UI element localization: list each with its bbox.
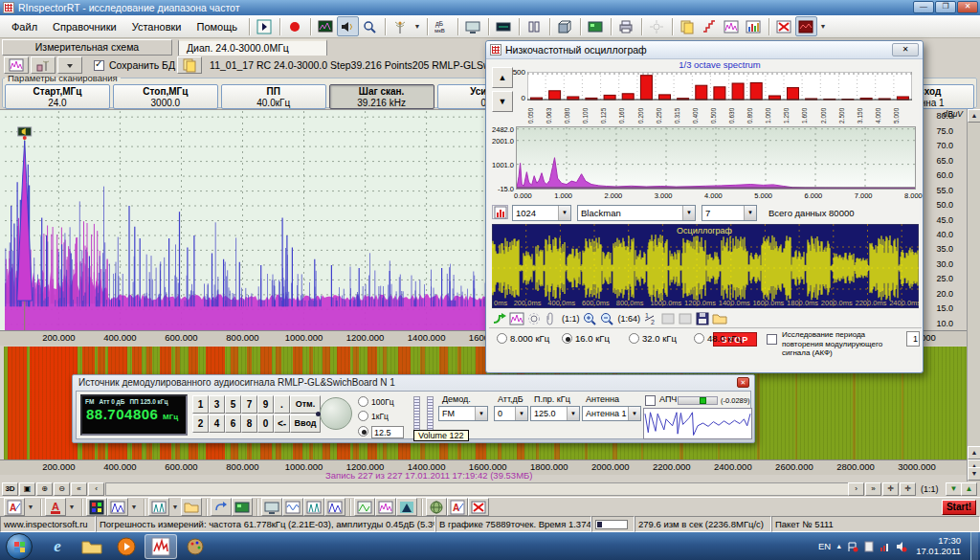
network-icon[interactable] [880, 541, 891, 552]
key-<-[interactable]: <- [274, 414, 290, 433]
key-4[interactable]: 4 [209, 414, 225, 433]
param-Старт,МГц[interactable]: Старт,МГц24.0 [5, 84, 110, 109]
cube-3d-button[interactable] [554, 16, 576, 36]
tab-frequency-range[interactable]: Диап. 24.0-3000.0МГц [178, 39, 327, 56]
band-dropdown-button[interactable] [57, 56, 82, 74]
start-button[interactable]: Start! [942, 500, 976, 515]
nav-right-button-0[interactable]: › [848, 482, 864, 496]
tray-expand-icon[interactable]: ▲ [835, 543, 842, 549]
peaks3-button[interactable] [354, 498, 375, 516]
dropdown-text-color-button[interactable]: ▼ [66, 497, 78, 517]
dropdown-waterfall-mode-button[interactable]: ▼ [817, 16, 829, 36]
spectrum-settings-button[interactable] [508, 311, 524, 325]
band-table-button[interactable] [4, 56, 29, 74]
scroll-up-button[interactable]: ▲ [968, 109, 980, 123]
apply-button[interactable] [491, 311, 507, 325]
spectrum-view-button[interactable] [375, 498, 396, 516]
key-5[interactable]: 5 [225, 395, 241, 414]
key-.[interactable]: . [274, 395, 290, 414]
columns-view-button[interactable] [523, 16, 546, 36]
taskbar-explorer-icon[interactable] [76, 534, 108, 559]
clear-chart-button[interactable] [773, 16, 795, 36]
nav-right-button-3[interactable]: ✛ [900, 482, 916, 496]
octave-bar-chart[interactable] [527, 72, 912, 102]
marker-b-button[interactable] [677, 311, 693, 325]
combo-Антенна[interactable]: Антенна 1▼ [582, 406, 641, 421]
key-Ввод[interactable]: Ввод [290, 414, 321, 433]
measurement-scheme-button[interactable]: Измерительная схема [2, 39, 172, 56]
rate-option-8.000 кГц[interactable]: 8.000 кГц [497, 333, 549, 344]
save-db-checkbox[interactable] [94, 60, 104, 71]
attach-button[interactable] [543, 311, 559, 325]
db-view-button[interactable] [177, 56, 202, 74]
view-3d-button[interactable]: 3D [2, 482, 18, 496]
maximize-button[interactable]: ❐ [935, 1, 956, 13]
nav-right-button-1[interactable]: » [865, 482, 881, 496]
afc-checkbox[interactable] [645, 395, 656, 406]
nav-button-5[interactable]: ‹ [88, 482, 104, 496]
demodulator-panel[interactable]: Источник демодулированного аудиосигнала … [72, 374, 755, 443]
fft-size-select[interactable]: 1024▼ [512, 205, 571, 221]
key-Отм.[interactable]: Отм. [290, 395, 321, 414]
record-button[interactable] [284, 16, 306, 36]
taskbar-clock[interactable]: 17:30 17.01.2011 [916, 536, 961, 557]
key-9[interactable]: 9 [257, 395, 274, 414]
menu-Справочники[interactable]: Справочники [45, 19, 124, 34]
key-8[interactable]: 8 [241, 414, 257, 433]
param-ПП[interactable]: ПП40.0кГц [221, 84, 326, 109]
step-value-input[interactable]: 12.5 [371, 426, 404, 438]
peaks-button[interactable] [303, 498, 324, 516]
dropdown-chart-style-button[interactable]: ▼ [128, 497, 140, 517]
afc-slider[interactable] [678, 396, 718, 405]
audio-monitor-button[interactable] [337, 16, 359, 36]
step-option-custom[interactable] [358, 426, 371, 437]
scale-down-button[interactable]: ▼ [492, 91, 513, 112]
wave-button[interactable] [282, 498, 303, 516]
rate-option-32.0 кГц[interactable]: 32.0 кГц [629, 333, 677, 344]
menu-Файл[interactable]: Файл [4, 19, 45, 34]
combo-Атт,дБ[interactable]: 0▼ [494, 406, 528, 421]
combo-П.пр. кГц[interactable]: 125.0▼ [530, 406, 580, 421]
rate-option-16.0 кГц[interactable]: 16.0 кГц [562, 333, 610, 344]
antenna-config-button[interactable] [31, 56, 56, 74]
nav-right-button-2[interactable]: ✛ [882, 482, 899, 496]
fft-order-select[interactable]: 7▼ [702, 205, 757, 221]
key-0[interactable]: 0 [257, 414, 274, 433]
histogram-button[interactable] [743, 16, 765, 36]
screen-b-button[interactable] [261, 498, 282, 516]
font-color-button[interactable]: A [4, 498, 25, 516]
ratio-button[interactable]: 12 [642, 311, 658, 325]
step-option-1khz[interactable]: 1кГц [358, 411, 389, 421]
taskbar-media-player-icon[interactable] [110, 534, 143, 559]
tuning-knob[interactable] [320, 397, 352, 430]
fft-window-select[interactable]: Blackman▼ [577, 205, 696, 221]
fft-area-chart[interactable] [516, 126, 916, 190]
peaks2-button[interactable] [324, 498, 345, 516]
steps-button[interactable] [699, 16, 721, 36]
combo-Демод.[interactable]: FM▼ [438, 406, 488, 421]
oscillograph-title-bar[interactable]: Низкочастотный осциллограф ✕ [486, 41, 923, 59]
key-7[interactable]: 7 [241, 395, 257, 414]
key-2[interactable]: 2 [192, 414, 209, 433]
menu-Установки[interactable]: Установки [124, 19, 189, 34]
chart-style-button[interactable] [107, 498, 128, 516]
rate-option-48.0 кГц[interactable]: 48.0 кГц [694, 333, 742, 344]
save-button[interactable] [694, 311, 710, 325]
screen-a-button[interactable] [232, 498, 253, 516]
language-indicator[interactable]: EN [818, 541, 831, 551]
zoom-out-button[interactable] [599, 311, 615, 325]
taskbar-paint-icon[interactable] [179, 534, 212, 559]
akf-period-input[interactable]: 1 [906, 331, 920, 347]
volume-slider-left[interactable] [413, 396, 420, 435]
nav-button-1[interactable]: ▣ [19, 482, 35, 496]
undo-button[interactable] [211, 498, 232, 516]
antenna-select-button[interactable] [390, 16, 412, 36]
dropdown-antenna-select-button[interactable]: ▼ [412, 16, 423, 36]
nav-button-4[interactable]: « [71, 482, 87, 496]
demodulator-close-button[interactable]: ✕ [737, 377, 749, 388]
open-button[interactable] [711, 311, 727, 325]
waterfall-mode-button[interactable] [795, 16, 817, 36]
akf-checkbox[interactable] [767, 334, 777, 345]
dropdown-font-color-button[interactable]: ▼ [25, 497, 36, 517]
globe-button[interactable] [426, 498, 447, 516]
